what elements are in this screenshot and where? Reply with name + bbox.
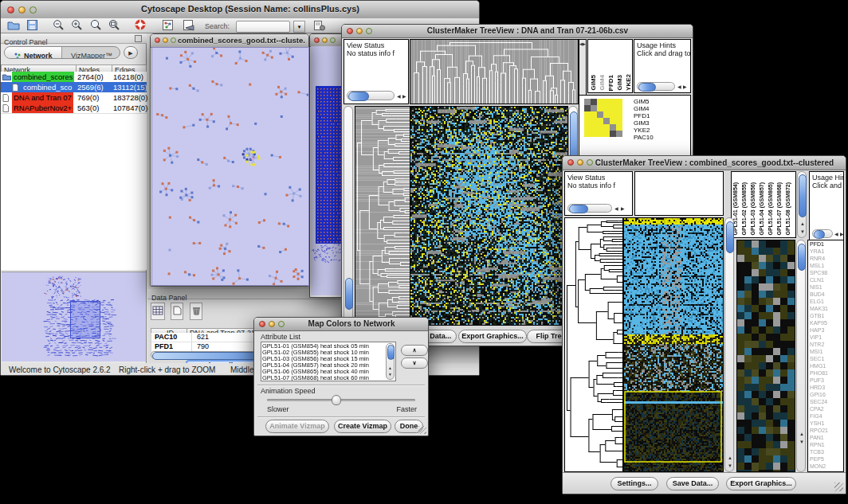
tv2-zoom-vscrollbar[interactable]: ▲ ▼ bbox=[796, 240, 806, 472]
main-title-bar[interactable]: Cytoscape Desktop (Session Name: collins… bbox=[1, 1, 479, 19]
gene-label[interactable]: MON2 bbox=[808, 463, 843, 470]
heatmap-column-label[interactable]: GIM4 bbox=[599, 75, 606, 91]
network-name[interactable]: DNA and Tran 07 bbox=[12, 92, 73, 103]
gene-label[interactable]: SEC1 bbox=[808, 355, 843, 362]
search-input[interactable] bbox=[236, 21, 290, 33]
gene-label[interactable]: NTR2 bbox=[808, 341, 843, 348]
tabs-overflow-button[interactable]: ▶ bbox=[124, 46, 138, 59]
tv1-usage-hscrollbar[interactable] bbox=[637, 82, 675, 91]
open-file-icon[interactable] bbox=[7, 19, 20, 34]
tv2-status-hscrollbar[interactable] bbox=[567, 204, 612, 213]
heatmap-column-label[interactable]: GPL51-03 (GSM856) bbox=[750, 182, 758, 236]
heatmap-canvas[interactable] bbox=[624, 218, 723, 471]
gene-label[interactable]: PAN1 bbox=[808, 434, 843, 441]
scroll-down-icon[interactable]: ▼ bbox=[799, 440, 804, 444]
gene-label[interactable]: MSL1 bbox=[808, 262, 843, 269]
heatmap-column-label[interactable]: GPL51-02 (GSM855) bbox=[741, 182, 749, 236]
scroll-right-icon[interactable]: ▶ bbox=[683, 84, 687, 89]
minimize-icon[interactable] bbox=[269, 321, 275, 327]
gene-label[interactable]: TCB3 bbox=[808, 448, 843, 455]
minimize-icon[interactable] bbox=[577, 159, 583, 166]
network-overview-canvas[interactable] bbox=[2, 272, 146, 361]
scroll-thumb[interactable] bbox=[798, 244, 806, 271]
network-list-row[interactable]: RNAPuberNov2+563(0)107847(0) bbox=[1, 103, 147, 113]
network-list-row[interactable]: DNA and Tran 07769(0)183728(0) bbox=[1, 92, 147, 103]
resize-grip[interactable] bbox=[418, 426, 426, 434]
scroll-thumb[interactable] bbox=[387, 345, 395, 360]
create-attribute-icon[interactable] bbox=[171, 303, 183, 320]
gene-label[interactable]: HAP3 bbox=[808, 326, 843, 334]
network-list-row[interactable]: combined_sco2569(6)13112(15) bbox=[1, 82, 147, 92]
gene-label[interactable]: PUF3 bbox=[808, 377, 843, 384]
network-view1-title-bar[interactable]: combined_scores_good.txt--cluste... bbox=[151, 34, 308, 48]
scroll-thumb[interactable] bbox=[638, 83, 656, 92]
heatmap-column-label[interactable]: GPL51-04 (GSM857) bbox=[759, 182, 767, 236]
vizmapper-icon[interactable] bbox=[162, 19, 174, 34]
scroll-up-icon[interactable]: ▲ bbox=[728, 455, 732, 460]
gene-label[interactable]: YRA1 bbox=[808, 248, 843, 255]
heatmap-column-label[interactable]: GIM3 bbox=[616, 75, 623, 91]
scroll-down-icon[interactable]: ▼ bbox=[800, 229, 805, 234]
gene-label[interactable]: FIG4 bbox=[808, 412, 843, 420]
gene-label[interactable]: SEC24 bbox=[808, 398, 843, 405]
scroll-thumb[interactable] bbox=[814, 230, 825, 239]
column-dendrogram-canvas[interactable] bbox=[410, 40, 578, 104]
gene-label[interactable]: CLN1 bbox=[808, 276, 843, 283]
move-down-button[interactable]: ∨ bbox=[401, 357, 428, 369]
heatmap-column-label[interactable]: GPL51-06 (GSM865) bbox=[768, 182, 775, 236]
heatmap-canvas[interactable] bbox=[410, 107, 567, 325]
gene-label[interactable]: SPC98 bbox=[808, 269, 843, 276]
minimize-icon[interactable] bbox=[163, 37, 168, 43]
scroll-up-icon[interactable]: ▲ bbox=[800, 221, 805, 226]
tv2-column-dendrogram-area[interactable] bbox=[634, 171, 724, 216]
scroll-up-icon[interactable]: ▲ bbox=[388, 366, 392, 370]
minimize-icon[interactable] bbox=[356, 28, 363, 34]
search-dropdown-icon[interactable]: ▾ bbox=[293, 21, 305, 33]
zoom-icon[interactable] bbox=[171, 37, 176, 43]
gene-label[interactable]: PFD1 bbox=[808, 240, 843, 248]
close-icon[interactable] bbox=[7, 6, 14, 14]
network-name[interactable]: RNAPuberNov2+ bbox=[12, 103, 73, 113]
tv2-collabels-vscrollbar[interactable]: ▲ ▼ bbox=[797, 171, 807, 238]
gene-label[interactable]: VIP1 bbox=[808, 334, 843, 341]
tv1-row-dendrogram[interactable] bbox=[355, 106, 410, 326]
scroll-left-icon[interactable]: ◀ bbox=[397, 94, 401, 99]
attribute-list-item[interactable]: GPL51-03 (GSM856) heat shock 15 min bbox=[262, 356, 385, 362]
close-icon[interactable] bbox=[155, 37, 160, 43]
tv2-row-dendrogram[interactable] bbox=[564, 217, 623, 472]
matrix-row-label[interactable]: YKE2 bbox=[634, 127, 688, 134]
tab-network[interactable]: Network bbox=[5, 47, 62, 59]
tv1-heatmap[interactable] bbox=[410, 106, 568, 326]
close-icon[interactable] bbox=[347, 28, 353, 34]
tv1-row-dendrogram-vscrollbar[interactable] bbox=[344, 106, 353, 326]
matrix-row-label[interactable]: GIM3 bbox=[634, 119, 688, 127]
move-up-button[interactable]: ∧ bbox=[401, 345, 428, 356]
zoom-out-icon[interactable] bbox=[52, 19, 65, 34]
zoom-in-icon[interactable] bbox=[70, 19, 83, 34]
treeview1-title-bar[interactable]: ClusterMaker TreeView : DNA and Tran 07-… bbox=[342, 25, 693, 38]
gene-label[interactable]: MSI1 bbox=[808, 348, 843, 355]
gene-label[interactable]: PHO81 bbox=[808, 369, 843, 377]
tv2-zoom-heatmap[interactable] bbox=[736, 240, 795, 472]
scroll-right-icon[interactable]: ▶ bbox=[621, 206, 625, 211]
network-view1-canvas[interactable] bbox=[151, 47, 309, 286]
resize-grip[interactable] bbox=[834, 483, 843, 491]
gene-label[interactable]: YSH1 bbox=[808, 420, 843, 427]
network-name[interactable]: combined_scores bbox=[12, 72, 74, 82]
gene-label[interactable]: RPN1 bbox=[808, 441, 843, 448]
row-dendrogram-canvas[interactable] bbox=[565, 218, 622, 471]
gene-label[interactable]: NIS1 bbox=[808, 283, 843, 291]
tv2-button-save-data[interactable]: Save Data... bbox=[666, 477, 719, 490]
gene-label[interactable]: GPI16 bbox=[808, 391, 843, 398]
filter-icon[interactable] bbox=[183, 19, 195, 34]
tv2-heatmap[interactable] bbox=[623, 217, 724, 472]
row-dendrogram-canvas[interactable] bbox=[355, 107, 410, 325]
gene-label[interactable]: MAK31 bbox=[808, 305, 843, 312]
close-icon[interactable] bbox=[314, 37, 320, 43]
tv2-usage-hscrollbar[interactable] bbox=[812, 229, 833, 238]
network-name[interactable]: combined_sco bbox=[22, 82, 73, 92]
scroll-left-icon[interactable]: ◀ bbox=[834, 232, 838, 236]
gene-label[interactable]: KAP95 bbox=[808, 319, 843, 326]
heatmap-column-label[interactable]: YKE2 bbox=[625, 74, 632, 91]
tv1-column-dendrogram[interactable] bbox=[410, 39, 579, 104]
